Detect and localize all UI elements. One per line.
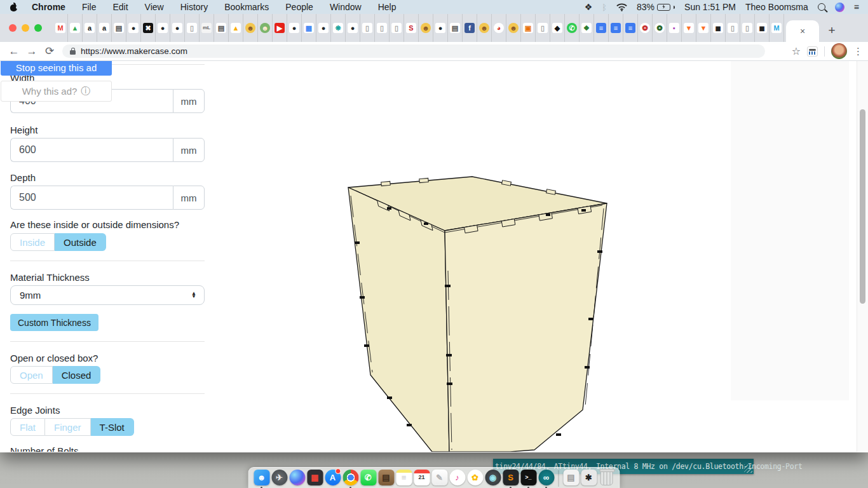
pinned-tab-scribd[interactable]: S xyxy=(404,14,419,42)
dock-chrome[interactable] xyxy=(342,470,359,488)
bookmark-star-icon[interactable]: ☆ xyxy=(792,45,801,57)
pinned-tab-gmail[interactable]: M xyxy=(53,14,68,42)
menu-clock[interactable]: Sun 1:51 PM xyxy=(684,2,736,12)
height-input[interactable] xyxy=(10,138,173,162)
pinned-tab-pirate[interactable]: ✖ xyxy=(141,14,156,42)
depth-input[interactable] xyxy=(10,186,173,210)
pinned-tab-github[interactable]: ● xyxy=(433,14,448,42)
dock-terminal[interactable]: >_ xyxy=(520,470,537,488)
resize-grip-icon[interactable] xyxy=(744,464,752,473)
pinned-tab-github[interactable]: ● xyxy=(346,14,360,42)
pinned-tab-book[interactable]: ▤ xyxy=(214,14,229,42)
pinned-tab-beetle[interactable]: ❖ xyxy=(580,14,594,42)
dropbox-icon[interactable]: ❖ xyxy=(585,3,593,11)
pinned-tab-wheel[interactable]: ❂ xyxy=(653,14,667,42)
dock-textedit[interactable]: ✎ xyxy=(431,470,448,488)
address-bar[interactable]: https://www.makercase.com xyxy=(62,44,765,58)
reload-button[interactable]: ⟳ xyxy=(41,44,58,58)
pinned-tab-page[interactable]: ▯ xyxy=(375,14,390,42)
menu-item-bookmarks[interactable]: Bookmarks xyxy=(224,2,269,12)
custom-thickness-button[interactable]: Custom Thickness xyxy=(10,314,98,331)
pinned-tab-google-drive[interactable]: ▲ xyxy=(68,14,83,42)
dock-notes[interactable]: ≡ xyxy=(396,470,412,488)
pinned-tab-page[interactable]: ▯ xyxy=(536,14,550,42)
pinned-tab-whatsapp[interactable]: ✆ xyxy=(565,14,580,42)
pinned-tab-chip-orange[interactable]: ▣ xyxy=(521,14,536,42)
closed-button[interactable]: Closed xyxy=(53,366,101,384)
pinned-tab-mini-site[interactable]: ▪ xyxy=(667,14,682,42)
pinned-tab-book[interactable]: ▤ xyxy=(112,14,126,42)
pinned-tab-page[interactable]: ▯ xyxy=(390,14,404,42)
tslot-button[interactable]: T-Slot xyxy=(91,418,134,436)
dock-calendar[interactable]: 21 xyxy=(414,470,430,488)
pinned-tab-google-doc[interactable]: ≡ xyxy=(609,14,623,42)
profile-avatar[interactable] xyxy=(831,43,847,59)
pinned-tab-facebook[interactable]: f xyxy=(463,14,477,42)
pinned-tab-analytics[interactable]: ▲ xyxy=(229,14,243,42)
pinned-tab-makercase[interactable]: M xyxy=(770,14,784,42)
menu-item-chrome[interactable]: Chrome xyxy=(32,2,65,12)
dock-facetime[interactable]: ✆ xyxy=(360,470,377,488)
inside-button[interactable]: Inside xyxy=(10,233,55,251)
dock-finder[interactable]: ☻ xyxy=(254,470,270,488)
siri-icon[interactable] xyxy=(835,3,844,12)
dock-tiles-app[interactable]: ▦ xyxy=(307,470,323,488)
pinned-tab-github[interactable]: ● xyxy=(170,14,185,42)
menu-item-people[interactable]: People xyxy=(285,2,313,12)
menu-item-window[interactable]: Window xyxy=(330,2,362,12)
open-button[interactable]: Open xyxy=(10,366,53,384)
dock-sublime-text[interactable]: S xyxy=(503,470,519,488)
pinned-tab-github[interactable]: ● xyxy=(316,14,331,42)
flat-button[interactable]: Flat xyxy=(10,418,45,436)
close-window-button[interactable] xyxy=(9,24,17,32)
why-this-ad-button[interactable]: Why this ad? ⓘ xyxy=(1,81,112,102)
battery-indicator[interactable]: 83% xyxy=(637,2,675,12)
pinned-tab-page[interactable]: ▯ xyxy=(726,14,740,42)
pinned-tab-swirl-logo[interactable]: ◕ xyxy=(492,14,506,42)
material-thickness-select[interactable]: 9mm ▲▼ xyxy=(10,285,205,305)
menu-item-history[interactable]: History xyxy=(180,2,208,12)
menu-item-edit[interactable]: Edit xyxy=(112,2,128,12)
pinned-tab-google-doc[interactable]: ≡ xyxy=(594,14,609,42)
pinned-tab-youtube[interactable]: ▶ xyxy=(273,14,287,42)
new-tab-button[interactable]: + xyxy=(823,22,841,39)
browser-menu-icon[interactable]: ⋮ xyxy=(853,46,863,57)
close-tab-icon[interactable]: × xyxy=(800,26,805,36)
pinned-tab-google-doc[interactable]: ≡ xyxy=(623,14,638,42)
back-button[interactable]: ← xyxy=(5,45,23,58)
dock-itunes[interactable]: ♪ xyxy=(449,470,466,488)
pinned-tab-gitlab[interactable]: ▼ xyxy=(696,14,711,42)
active-tab[interactable]: × xyxy=(786,20,819,42)
wifi-icon[interactable] xyxy=(616,3,627,11)
pinned-tab-black-book[interactable]: ◼ xyxy=(755,14,770,42)
pinned-tab-black-book[interactable]: ◼ xyxy=(711,14,726,42)
finger-button[interactable]: Finger xyxy=(45,418,91,436)
forward-button[interactable]: → xyxy=(23,45,41,58)
dock-app-store[interactable]: A xyxy=(325,470,341,488)
pinned-tab-page[interactable]: ▯ xyxy=(740,14,755,42)
dock-app-download[interactable]: ✱ xyxy=(581,470,597,488)
dock-photo-booth[interactable]: ◉ xyxy=(485,470,501,488)
dock-photos[interactable]: ✿ xyxy=(467,470,484,488)
amazon-extension-icon[interactable] xyxy=(807,46,818,57)
pinned-tab-code-panel[interactable]: ▦ xyxy=(302,14,316,42)
pinned-tab-gear-teal[interactable]: ❋ xyxy=(331,14,346,42)
pinned-tab-avatar[interactable]: ☻ xyxy=(419,14,433,42)
pinned-tab-github[interactable]: ● xyxy=(156,14,170,42)
menu-item-file[interactable]: File xyxy=(82,2,97,12)
pinned-tab-avatar[interactable]: ☻ xyxy=(506,14,521,42)
dock-document-stack[interactable]: ▤ xyxy=(563,470,580,488)
pinned-tab-avatar[interactable]: ☻ xyxy=(477,14,492,42)
pinned-tab-ml-site[interactable]: mL xyxy=(200,14,214,42)
zoom-window-button[interactable] xyxy=(34,24,42,32)
spotlight-icon[interactable] xyxy=(818,3,825,11)
minimize-window-button[interactable] xyxy=(22,24,29,32)
pinned-tab-avatar[interactable]: ☻ xyxy=(258,14,273,42)
menu-item-help[interactable]: Help xyxy=(378,2,397,12)
scrollbar-thumb[interactable] xyxy=(860,109,865,304)
pinned-tab-amazon[interactable]: a xyxy=(97,14,112,42)
pinned-tab-github[interactable]: ● xyxy=(287,14,302,42)
pinned-tab-page[interactable]: ▯ xyxy=(360,14,375,42)
pinned-tab-page[interactable]: ▯ xyxy=(185,14,200,42)
pinned-tab-chip-black[interactable]: ◆ xyxy=(550,14,565,42)
